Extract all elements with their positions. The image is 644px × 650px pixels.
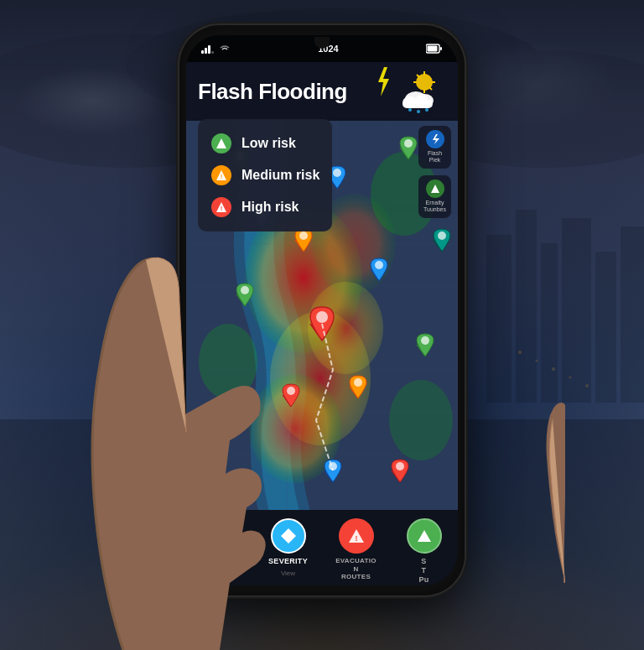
svg-rect-18 — [211, 51, 214, 54]
svg-point-74 — [333, 169, 341, 177]
legend-low-risk: Low risk — [210, 127, 320, 159]
svg-point-77 — [354, 378, 362, 387]
svg-point-80 — [396, 462, 404, 471]
weather-cloud-sun-icon — [397, 69, 444, 115]
svg-line-28 — [429, 87, 432, 90]
svg-point-70 — [404, 139, 413, 148]
svg-rect-6 — [541, 243, 558, 403]
nearby-icon — [426, 179, 444, 198]
svg-point-75 — [375, 261, 383, 269]
lightning-bolt-icon — [374, 67, 391, 96]
evacuation-warning-icon: ! — [347, 527, 366, 545]
svg-point-33 — [408, 108, 412, 112]
flash-icon — [426, 130, 444, 148]
svg-point-13 — [569, 377, 572, 379]
side-panel-right: FlashPiek ErnaltyTuunbes — [418, 126, 451, 218]
svg-point-72 — [421, 336, 429, 345]
svg-rect-32 — [402, 100, 433, 108]
evacuation-icon-circle: ! — [339, 518, 374, 554]
app-title: Flash Flooding — [198, 79, 347, 105]
battery-icon — [426, 44, 443, 54]
svg-rect-21 — [440, 47, 442, 50]
svg-rect-8 — [595, 252, 616, 403]
signal-icon — [201, 44, 216, 54]
more-label: STPu — [418, 557, 428, 584]
svg-rect-20 — [427, 46, 437, 52]
svg-text:!: ! — [355, 534, 357, 543]
low-risk-icon — [210, 132, 233, 155]
evacuation-sublabel: Conforns — [342, 585, 369, 585]
more-icon-circle — [407, 518, 442, 554]
svg-point-14 — [585, 384, 589, 387]
svg-point-11 — [536, 360, 538, 362]
weather-widget — [391, 66, 449, 117]
lightning-container — [374, 67, 391, 100]
app-header: Flash Flooding — [186, 62, 458, 121]
signal-icons — [201, 44, 231, 54]
svg-rect-7 — [562, 218, 591, 403]
flash-label: FlashPiek — [428, 150, 442, 164]
svg-rect-9 — [621, 226, 644, 403]
tab-more[interactable]: STPu — [390, 518, 458, 585]
svg-point-10 — [518, 351, 522, 354]
nearby-label: ErnaltyTuunbes — [423, 200, 446, 214]
low-risk-label: Low risk — [242, 136, 296, 151]
hand-left-svg — [79, 180, 314, 650]
svg-text:!: ! — [221, 173, 223, 180]
svg-rect-5 — [516, 210, 537, 403]
wifi-icon — [219, 44, 231, 54]
svg-point-68 — [389, 380, 453, 460]
svg-line-27 — [417, 75, 419, 77]
svg-rect-16 — [205, 48, 207, 54]
more-triangle-icon — [415, 527, 434, 545]
status-right-icons — [426, 44, 443, 54]
hand-right-thumb-svg — [473, 398, 565, 583]
side-badge-flash: FlashPiek — [418, 126, 451, 169]
side-badge-nearby: ErnaltyTuunbes — [418, 175, 451, 218]
svg-rect-4 — [486, 235, 512, 403]
svg-marker-44 — [378, 67, 389, 96]
svg-rect-17 — [208, 45, 210, 54]
evacuation-label: EVACUATIONROUTES — [335, 557, 377, 581]
svg-point-78 — [316, 311, 328, 323]
svg-point-35 — [425, 108, 428, 112]
svg-marker-45 — [433, 134, 439, 144]
svg-marker-46 — [431, 185, 439, 193]
svg-point-34 — [417, 110, 420, 113]
svg-point-81 — [438, 231, 446, 240]
svg-rect-15 — [201, 50, 204, 54]
svg-marker-89 — [418, 530, 431, 542]
svg-point-12 — [552, 367, 555, 371]
tab-evacuation[interactable]: ! EVACUATIONROUTES Conforns — [322, 518, 390, 585]
